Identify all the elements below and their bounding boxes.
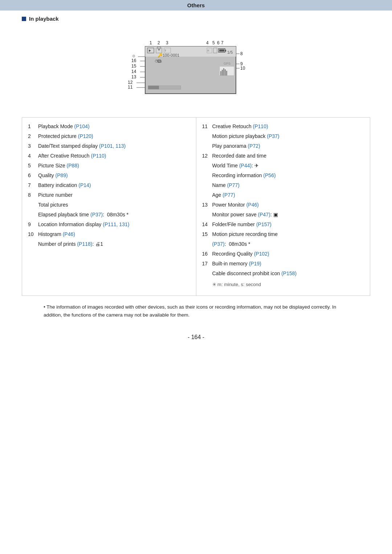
list-item: 12 Recorded date and time bbox=[202, 152, 364, 160]
svg-text:4: 4 bbox=[206, 40, 209, 45]
header-title: Others bbox=[187, 2, 205, 8]
diagram-svg: T ⚙ 🔑100-0001 1/5 ⏱0⃣s GPS bbox=[109, 28, 283, 106]
header-bar: Others bbox=[0, 0, 392, 11]
list-col-right: 11 Creative Retouch (P110) Motion pictur… bbox=[196, 118, 370, 296]
asterisk-note: ✳ m: minute, s: second bbox=[212, 281, 364, 288]
list-item: Name (P77) bbox=[202, 182, 364, 189]
asterisk-note-item: ✳ m: minute, s: second bbox=[202, 281, 364, 288]
list-item: Cable disconnect prohibit icon (P158) bbox=[202, 270, 364, 277]
svg-text:3: 3 bbox=[166, 40, 168, 45]
list-item: 15 Motion picture recording time bbox=[202, 231, 364, 238]
section-label: In playback bbox=[22, 16, 392, 22]
list-item: 9 Location Information display (P111, 13… bbox=[28, 221, 190, 228]
svg-text:1: 1 bbox=[150, 40, 152, 45]
svg-text:11: 11 bbox=[128, 85, 133, 90]
list-item: Number of prints (P118): 🖨1 bbox=[28, 240, 190, 248]
content-area: 1 Playback Mode (P104) 2 Protected pictu… bbox=[22, 117, 370, 319]
list-item: 6 Quality (P89) bbox=[28, 172, 190, 179]
list-item: 5 Picture Size (P88) bbox=[28, 162, 190, 170]
svg-text:T: T bbox=[164, 49, 166, 52]
list-item: Monitor power save (P47): ▣ bbox=[202, 211, 364, 219]
diagram-container: T ⚙ 🔑100-0001 1/5 ⏱0⃣s GPS bbox=[0, 28, 392, 106]
svg-rect-22 bbox=[148, 86, 159, 89]
list-item: Motion picture playback (P37) bbox=[202, 133, 364, 140]
page-number: - 164 - bbox=[0, 334, 392, 341]
svg-rect-19 bbox=[225, 69, 226, 76]
list-item: 16 Recording Quality (P102) bbox=[202, 250, 364, 258]
list-item: Recording information (P56) bbox=[202, 172, 364, 179]
list-item: 4 After Creative Retouch (P110) bbox=[28, 152, 190, 160]
list-item: Total pictures bbox=[28, 201, 190, 209]
list-item: 1 Playback Mode (P104) bbox=[28, 123, 190, 130]
svg-rect-43 bbox=[219, 49, 224, 52]
list-item: 8 Picture number bbox=[28, 191, 190, 199]
list-item: Age (P77) bbox=[202, 191, 364, 199]
footer-note-text: The information of images recorded with … bbox=[44, 303, 348, 320]
svg-text:16: 16 bbox=[131, 58, 136, 63]
svg-text:15: 15 bbox=[131, 64, 136, 69]
list-item: 3 Date/Text stamped display (P101, 113) bbox=[28, 142, 190, 150]
list-item: 14 Folder/File number (P157) bbox=[202, 221, 364, 228]
list-columns: 1 Playback Mode (P104) 2 Protected pictu… bbox=[22, 117, 370, 296]
svg-text:2: 2 bbox=[158, 40, 160, 45]
svg-text:🔑100-0001: 🔑100-0001 bbox=[158, 53, 180, 58]
svg-rect-42 bbox=[225, 50, 226, 52]
list-item: 17 Built-in memory (P19) bbox=[202, 260, 364, 268]
list-item: 7 Battery indication (P14) bbox=[28, 182, 190, 189]
list-item: 13 Power Monitor (P46) bbox=[202, 201, 364, 209]
list-item: World Time (P44): ✈ bbox=[202, 162, 364, 170]
svg-text:⏱0⃣s: ⏱0⃣s bbox=[155, 59, 162, 63]
svg-text:⚙: ⚙ bbox=[132, 54, 135, 58]
svg-rect-18 bbox=[223, 68, 224, 76]
svg-rect-6 bbox=[158, 49, 160, 50]
svg-text:13: 13 bbox=[131, 74, 136, 80]
svg-text:GPS: GPS bbox=[224, 62, 230, 65]
svg-text:14: 14 bbox=[131, 69, 136, 74]
list-item: Elapsed playback time (P37): 08m30s * bbox=[28, 211, 190, 219]
svg-text:5: 5 bbox=[212, 40, 215, 45]
svg-text:R: R bbox=[207, 49, 209, 52]
svg-rect-20 bbox=[226, 71, 227, 76]
svg-text:7: 7 bbox=[221, 40, 224, 45]
list-item: Play panorama (P72) bbox=[202, 142, 364, 150]
list-item: (P37): 08m30s * bbox=[202, 240, 364, 248]
section-label-text: In playback bbox=[29, 16, 59, 22]
svg-text:1/5: 1/5 bbox=[227, 50, 233, 54]
svg-rect-17 bbox=[222, 70, 223, 76]
list-col-left: 1 Playback Mode (P104) 2 Protected pictu… bbox=[22, 118, 196, 296]
svg-rect-16 bbox=[220, 71, 221, 76]
list-item: 2 Protected picture (P120) bbox=[28, 133, 190, 140]
footer-note: The information of images recorded with … bbox=[44, 303, 348, 320]
svg-text:8: 8 bbox=[240, 51, 243, 56]
svg-text:12: 12 bbox=[128, 80, 133, 85]
list-item: 11 Creative Retouch (P110) bbox=[202, 123, 364, 130]
list-item: 10 Histogram (P46) bbox=[28, 231, 190, 238]
svg-text:6: 6 bbox=[217, 40, 220, 45]
svg-text:10: 10 bbox=[240, 66, 245, 71]
